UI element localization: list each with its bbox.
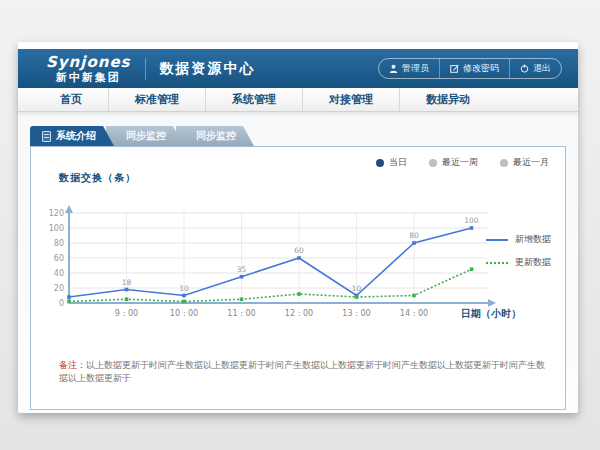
nav-item-home[interactable]: 首页	[34, 88, 108, 111]
change-password-button[interactable]: 修改密码	[439, 59, 509, 78]
svg-text:13：00: 13：00	[342, 309, 370, 318]
chart-legend: 新增数据 更新数据	[486, 233, 551, 269]
tab-sync-monitor-1[interactable]: 同步监控	[106, 126, 184, 146]
legend-item-new-data: 新增数据	[486, 233, 551, 246]
svg-text:20: 20	[54, 284, 64, 293]
user-icon	[389, 64, 398, 73]
legend-item-updated-data: 更新数据	[486, 256, 551, 269]
y-axis-title: 数据交换（条）	[59, 171, 136, 185]
app-header: Synjones 新中新集团 数据资源中心 管理员 修改密码	[18, 49, 578, 88]
logo-en-text: Synjones	[46, 55, 131, 70]
tab-bar: 系统介绍 同步监控 同步监控	[30, 126, 254, 146]
footnote-prefix: 备注：	[59, 360, 86, 370]
page-title: 数据资源中心	[160, 60, 256, 78]
main-nav: 首页 标准管理 系统管理 对接管理 数据异动	[18, 88, 578, 112]
change-password-label: 修改密码	[463, 62, 499, 75]
svg-text:12：00: 12：00	[285, 309, 313, 318]
svg-text:60: 60	[54, 254, 64, 263]
nav-item-interface-mgmt[interactable]: 对接管理	[302, 88, 399, 111]
content-area: 系统介绍 同步监控 同步监控 当日 最近一周	[18, 112, 578, 412]
svg-text:日期（小时）: 日期（小时）	[461, 308, 521, 319]
svg-text:100: 100	[464, 216, 479, 225]
radio-last-week[interactable]: 最近一周	[429, 156, 478, 169]
app-window: Synjones 新中新集团 数据资源中心 管理员 修改密码	[18, 42, 578, 413]
svg-text:18: 18	[122, 278, 132, 287]
radio-dot-icon	[376, 159, 384, 167]
svg-text:0: 0	[59, 299, 64, 308]
header-divider	[145, 58, 146, 80]
radio-dot-icon	[429, 159, 437, 167]
svg-text:100: 100	[49, 224, 64, 233]
svg-text:10: 10	[352, 284, 362, 293]
svg-text:10: 10	[179, 284, 189, 293]
radio-last-month[interactable]: 最近一月	[500, 156, 549, 169]
chart-panel: 当日 最近一周 最近一月 数据交换（条） 0204060801001209：00…	[30, 146, 566, 410]
svg-text:35: 35	[237, 265, 247, 274]
svg-text:9：00: 9：00	[115, 309, 138, 318]
nav-item-system-mgmt[interactable]: 系统管理	[205, 88, 302, 111]
logout-button[interactable]: 退出	[509, 59, 561, 78]
power-icon	[520, 64, 529, 73]
svg-text:11：00: 11：00	[227, 309, 255, 318]
svg-text:60: 60	[294, 246, 304, 255]
svg-text:80: 80	[54, 239, 64, 248]
radio-dot-icon	[500, 159, 508, 167]
svg-text:120: 120	[49, 209, 64, 218]
tab-system-intro[interactable]: 系统介绍	[30, 126, 114, 146]
svg-text:40: 40	[54, 269, 64, 278]
logout-label: 退出	[533, 62, 551, 75]
nav-item-data-change[interactable]: 数据异动	[399, 88, 496, 111]
blue-line-sample-icon	[486, 239, 508, 241]
nav-item-standard-mgmt[interactable]: 标准管理	[108, 88, 205, 111]
logo-cn-text: 新中新集团	[46, 72, 131, 83]
svg-text:14：00: 14：00	[400, 309, 428, 318]
green-dotted-sample-icon	[486, 262, 508, 264]
user-actions: 管理员 修改密码 退出	[378, 58, 562, 79]
chart-canvas: 0204060801001209：0010：0011：0012：0013：001…	[49, 185, 523, 333]
user-button[interactable]: 管理员	[379, 59, 439, 78]
line-chart: 0204060801001209：0010：0011：0012：0013：001…	[49, 185, 523, 337]
user-label: 管理员	[402, 62, 429, 75]
svg-text:10：00: 10：00	[170, 309, 198, 318]
tab-sync-monitor-2[interactable]: 同步监控	[176, 126, 254, 146]
document-icon	[42, 131, 51, 142]
logo: Synjones 新中新集团	[46, 55, 131, 83]
window-top-strip	[18, 42, 578, 49]
radio-today[interactable]: 当日	[376, 156, 407, 169]
svg-text:80: 80	[409, 231, 419, 240]
edit-icon	[450, 64, 459, 73]
footnote: 备注：以上数据更新于时间产生数据以上数据更新于时间产生数据以上数据更新于时间产生…	[59, 359, 551, 385]
footnote-text: 以上数据更新于时间产生数据以上数据更新于时间产生数据以上数据更新于时间产生数据以…	[59, 360, 545, 383]
time-range-filters: 当日 最近一周 最近一月	[376, 156, 549, 169]
